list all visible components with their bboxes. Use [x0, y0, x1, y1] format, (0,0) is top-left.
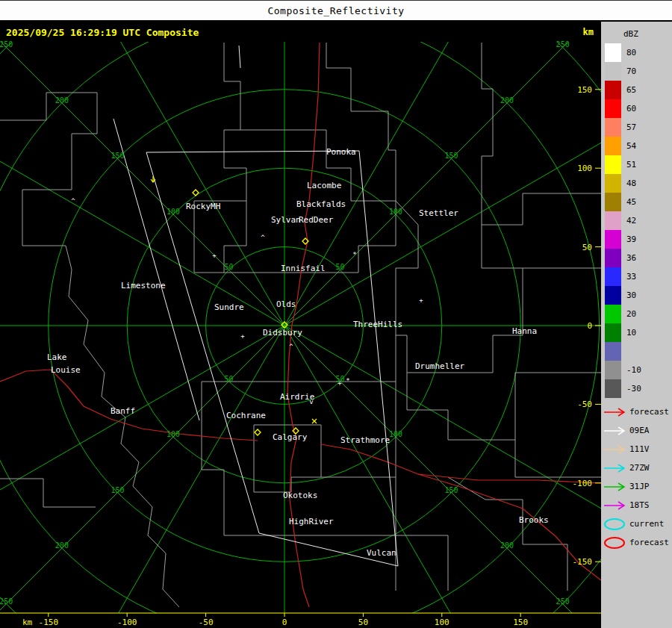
colorbar-swatch — [605, 155, 621, 174]
colorbar-row: 70 — [601, 62, 672, 81]
range-ring — [0, 22, 600, 628]
colorbar-swatch — [605, 286, 621, 305]
range-label: 50 — [224, 375, 233, 383]
scan-area-outline — [239, 46, 240, 68]
colorbar-row: 20 — [601, 305, 672, 323]
county-boundary — [407, 225, 523, 373]
scan-area-outline — [146, 151, 398, 566]
colorbar-value-label: 20 — [626, 309, 636, 319]
colorbar-row: 65 — [601, 81, 672, 99]
storm-symbol: + — [212, 252, 217, 259]
radar-display[interactable]: 5010015020025050100150200250501001502002… — [0, 22, 601, 628]
county-boundary — [448, 477, 567, 591]
colorbar-row: 36 — [601, 249, 672, 267]
legend-item-label: 27ZW — [629, 463, 650, 473]
storm-symbol: + — [419, 296, 423, 304]
city-label: Calgary — [273, 432, 308, 442]
colorbar-row: 51 — [601, 155, 672, 174]
city-label: Limestone — [121, 281, 166, 290]
range-label: 250 — [556, 597, 570, 606]
colorbar-swatch — [605, 137, 621, 155]
colorbar-row: 57 — [601, 118, 672, 137]
city-label: Sylvan — [271, 215, 301, 225]
window-title-bar: Composite_Reflectivity — [0, 1, 672, 22]
colorbar-value-label: 51 — [626, 160, 636, 170]
colorbar-swatch — [605, 193, 621, 211]
bottom-axis-unit: km — [22, 618, 33, 627]
range-ring — [0, 22, 601, 628]
county-boundary — [224, 201, 396, 273]
county-boundary — [482, 193, 601, 225]
range-label: 250 — [556, 40, 570, 49]
colorbar-row — [601, 342, 672, 361]
range-label: 200 — [55, 96, 69, 105]
legend-item-label: current — [629, 519, 664, 529]
content-area: 5010015020025050100150200250501001502002… — [0, 22, 672, 628]
legend-item: 27ZW — [601, 458, 672, 477]
colorbar-value-label: 48 — [626, 178, 636, 188]
legend-arrow-icon — [603, 480, 628, 494]
county-boundary — [482, 43, 493, 225]
colorbar-swatch — [605, 305, 621, 323]
county-boundary — [0, 479, 96, 507]
colorbar-row: -30 — [601, 379, 672, 398]
storm-symbol: + — [240, 332, 245, 340]
range-label: 50 — [336, 263, 345, 271]
legend-item-label: 09EA — [629, 426, 650, 435]
legend-list: forecast09EA111V27ZW31JP18TScurrentforec… — [601, 402, 672, 552]
legend-arrow-icon — [603, 499, 628, 512]
colorbar-value-label: 30 — [626, 290, 636, 300]
bottom-tick-label: 100 — [435, 618, 449, 627]
right-tick-label: 0 — [587, 321, 592, 331]
colorbar-value-label: 10 — [626, 328, 636, 338]
storm-symbol: ^ — [289, 343, 293, 350]
city-label: Blackfalds — [296, 199, 346, 209]
right-tick-label: 150 — [577, 85, 592, 95]
city-label: Louise — [51, 365, 81, 375]
county-boundary — [66, 246, 179, 607]
range-label: 150 — [111, 486, 124, 494]
range-label: 150 — [445, 486, 458, 494]
range-label: 100 — [389, 430, 402, 438]
colorbar-title: dBZ — [623, 29, 672, 39]
storm-symbol: ^ — [261, 234, 265, 241]
colorbar-row: 54 — [601, 137, 672, 155]
city-label: Hanna — [512, 326, 537, 336]
city-label: RockyMH — [186, 202, 220, 211]
legend-item: 111V — [601, 440, 672, 458]
legend-item-label: 111V — [629, 444, 650, 454]
city-label: Lake — [47, 352, 67, 362]
colorbar-swatch — [605, 230, 621, 249]
colorbar-swatch — [605, 174, 621, 193]
colorbar-swatch — [605, 99, 621, 118]
highway-line — [0, 370, 258, 441]
range-label: 200 — [500, 96, 514, 105]
colorbar-swatch — [605, 379, 621, 398]
storm-symbol: + — [337, 379, 342, 387]
colorbar-row: -10 — [601, 361, 672, 379]
range-label: 150 — [111, 152, 124, 160]
colorbar-row: 33 — [601, 267, 672, 286]
colorbar-swatch — [605, 267, 621, 286]
range-label: 100 — [389, 208, 402, 216]
legend-arrow-icon — [603, 405, 628, 419]
city-label: Sundre — [214, 302, 244, 312]
side-panel: dBZ 80706560575451484542393633302010-10-… — [601, 22, 672, 628]
timestamp-label: 2025/09/25 16:29:19 UTC Composite — [6, 27, 199, 38]
window-title: Composite_Reflectivity — [267, 5, 404, 16]
range-label: 100 — [167, 430, 180, 438]
legend-ellipse-icon — [603, 517, 628, 531]
colorbar-row: 30 — [601, 286, 672, 305]
colorbar-row: 10 — [601, 323, 672, 342]
colorbar-swatch — [605, 361, 621, 379]
colorbar-row: 39 — [601, 230, 672, 249]
colorbar-swatch — [605, 323, 621, 342]
city-label: Drumheller — [415, 361, 465, 371]
right-tick-label: -100 — [573, 479, 593, 488]
colorbar-swatch — [605, 342, 621, 361]
colorbar: 80706560575451484542393633302010-10-30 — [601, 43, 672, 398]
city-label: RedDeer — [299, 215, 334, 225]
colorbar-value-label: 54 — [626, 141, 636, 151]
right-tick-label: -50 — [577, 400, 592, 409]
colorbar-value-label: 80 — [626, 48, 636, 57]
